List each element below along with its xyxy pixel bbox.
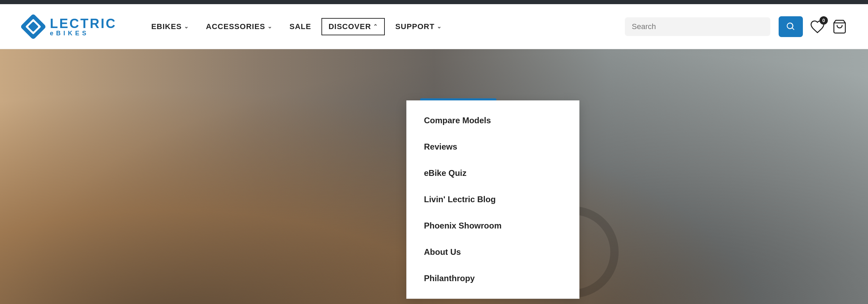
dropdown-item-philanthropy[interactable]: Philanthropy xyxy=(407,265,579,292)
search-box xyxy=(625,17,770,36)
dropdown-item-about-us[interactable]: About Us xyxy=(407,239,579,265)
discover-dropdown: Compare Models Reviews eBike Quiz Livin'… xyxy=(406,98,579,299)
chevron-down-icon: ⌄ xyxy=(437,23,442,30)
cart-button[interactable] xyxy=(832,19,847,34)
main-nav: eBIKES ⌄ ACCESSORIES ⌄ SALE DISCOVER ⌃ S… xyxy=(144,18,625,35)
logo-icon xyxy=(21,14,46,39)
search-input[interactable] xyxy=(632,22,763,31)
top-bar xyxy=(0,0,868,4)
hero-section: Compare Models Reviews eBike Quiz Livin'… xyxy=(0,49,868,304)
chevron-up-icon: ⌃ xyxy=(373,23,378,30)
nav-sale[interactable]: SALE xyxy=(283,18,318,35)
dropdown-item-blog[interactable]: Livin' Lectric Blog xyxy=(407,186,579,213)
logo-text: LECTRIC eBIKES xyxy=(50,17,117,36)
nav-accessories[interactable]: ACCESSORIES ⌄ xyxy=(199,18,279,35)
dropdown-menu: Compare Models Reviews eBike Quiz Livin'… xyxy=(406,100,579,299)
dropdown-item-compare-models[interactable]: Compare Models xyxy=(407,107,579,134)
search-icon xyxy=(786,22,796,32)
logo[interactable]: LECTRIC eBIKES xyxy=(21,14,117,39)
wishlist-badge: 0 xyxy=(820,16,828,25)
nav-discover[interactable]: DISCOVER ⌃ xyxy=(321,18,385,35)
search-button[interactable] xyxy=(779,16,803,37)
chevron-down-icon: ⌄ xyxy=(267,23,272,30)
nav-ebikes[interactable]: eBIKES ⌄ xyxy=(144,18,196,35)
chevron-down-icon: ⌄ xyxy=(184,23,189,30)
header: LECTRIC eBIKES eBIKES ⌄ ACCESSORIES ⌄ SA… xyxy=(0,4,868,49)
cart-icon xyxy=(832,19,847,34)
dropdown-item-reviews[interactable]: Reviews xyxy=(407,134,579,160)
wishlist-button[interactable]: 0 xyxy=(810,19,825,34)
search-container: 0 xyxy=(625,16,847,37)
nav-support[interactable]: SUPPORT ⌄ xyxy=(388,18,448,35)
dropdown-item-ebike-quiz[interactable]: eBike Quiz xyxy=(407,160,579,186)
dropdown-item-phoenix-showroom[interactable]: Phoenix Showroom xyxy=(407,213,579,239)
